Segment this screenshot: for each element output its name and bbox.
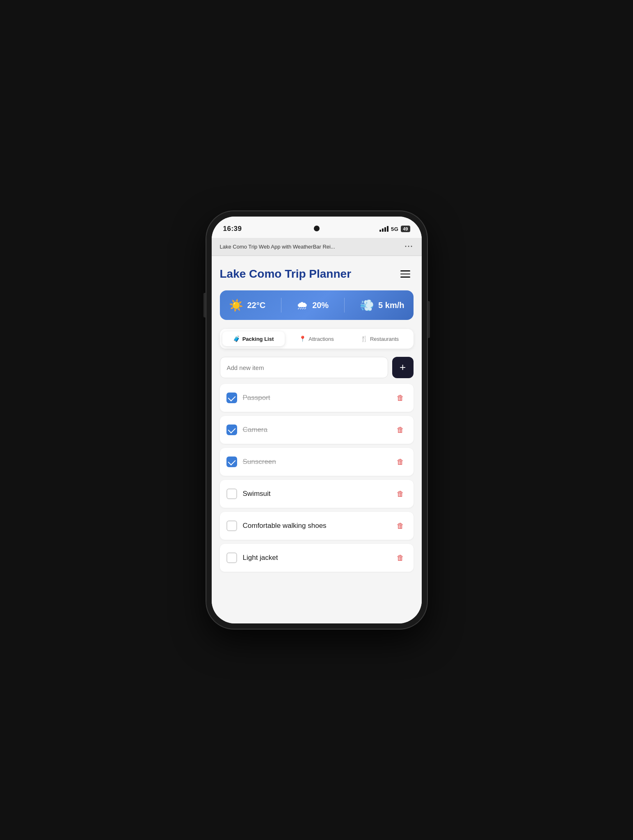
item-checkbox-6[interactable] — [226, 552, 237, 563]
item-checkbox-3[interactable] — [226, 457, 237, 467]
list-item: Camera 🗑 — [220, 416, 414, 444]
weather-bar: ☀️ 22°C 🌧 20% 💨 5 km/h — [220, 290, 414, 320]
delete-button-1[interactable]: 🗑 — [394, 391, 407, 404]
rain-icon: 🌧 — [297, 299, 308, 312]
camera-indicator — [314, 226, 320, 231]
browser-bar: Lake Como Trip Web App with WeatherBar R… — [212, 238, 422, 256]
delete-button-4[interactable]: 🗑 — [394, 487, 407, 500]
status-right: 5G 49 — [379, 226, 410, 232]
restaurants-icon: 🍴 — [361, 336, 368, 342]
packing-list: Passport 🗑 Camera 🗑 Sunscreen — [220, 384, 414, 572]
trash-icon-2: 🗑 — [397, 426, 404, 434]
item-checkbox-4[interactable] — [226, 488, 237, 499]
weather-rain-item: 🌧 20% — [297, 299, 329, 312]
plus-icon: + — [400, 362, 406, 372]
delete-button-2[interactable]: 🗑 — [394, 423, 407, 436]
item-label-5: Comfortable walking shoes — [243, 522, 388, 530]
trash-icon-5: 🗑 — [397, 522, 404, 530]
phone-frame: 16:39 5G 49 Lake Como Trip Web App with … — [206, 211, 427, 629]
list-item: Comfortable walking shoes 🗑 — [220, 512, 414, 540]
signal-bar-3 — [384, 227, 386, 232]
network-type: 5G — [391, 226, 398, 232]
hamburger-line-2 — [400, 274, 410, 275]
weather-temp-item: ☀️ 22°C — [229, 299, 266, 312]
sun-icon: ☀️ — [229, 299, 243, 312]
delete-button-6[interactable]: 🗑 — [394, 551, 407, 564]
browser-url: Lake Como Trip Web App with WeatherBar R… — [220, 244, 405, 250]
weather-divider-2 — [344, 298, 345, 313]
trash-icon-3: 🗑 — [397, 458, 404, 466]
tabs-container: 🧳 Packing List 📍 Attractions 🍴 Restauran… — [220, 329, 414, 349]
app-title: Lake Como Trip Planner — [220, 267, 397, 281]
item-label-4: Swimsuit — [243, 490, 388, 498]
signal-bar-1 — [379, 230, 381, 232]
app-header: Lake Como Trip Planner — [220, 266, 414, 282]
tab-attractions-label: Attractions — [309, 336, 334, 342]
item-checkbox-1[interactable] — [226, 393, 237, 403]
weather-wind: 5 km/h — [378, 301, 404, 310]
status-bar: 16:39 5G 49 — [212, 217, 422, 238]
phone-screen: 16:39 5G 49 Lake Como Trip Web App with … — [212, 217, 422, 623]
hamburger-line-3 — [400, 276, 410, 278]
hamburger-button[interactable] — [397, 266, 414, 282]
weather-rain: 20% — [312, 301, 329, 310]
app-content: Lake Como Trip Planner ☀️ 22°C 🌧 20% — [212, 256, 422, 623]
weather-wind-item: 💨 5 km/h — [360, 299, 404, 312]
battery-indicator: 49 — [401, 226, 410, 232]
status-time: 16:39 — [223, 225, 242, 233]
browser-menu-dots[interactable]: ··· — [404, 242, 413, 251]
weather-divider-1 — [281, 298, 281, 313]
wind-icon: 💨 — [360, 299, 374, 312]
item-label-6: Light jacket — [243, 554, 388, 562]
list-item: Swimsuit 🗑 — [220, 480, 414, 508]
item-label-2: Camera — [243, 426, 388, 434]
delete-button-3[interactable]: 🗑 — [394, 455, 407, 468]
list-item: Sunscreen 🗑 — [220, 448, 414, 476]
packing-icon: 🧳 — [233, 336, 240, 342]
item-label-3: Sunscreen — [243, 458, 388, 466]
tab-restaurants[interactable]: 🍴 Restaurants — [349, 331, 411, 346]
add-item-button[interactable]: + — [392, 357, 414, 378]
tab-packing-list[interactable]: 🧳 Packing List — [222, 331, 285, 346]
trash-icon-1: 🗑 — [397, 394, 404, 402]
trash-icon-6: 🗑 — [397, 554, 404, 562]
signal-bar-4 — [387, 226, 388, 232]
signal-bar-2 — [382, 228, 384, 232]
item-label-1: Passport — [243, 394, 388, 402]
trash-icon-4: 🗑 — [397, 490, 404, 498]
add-item-row: + — [220, 357, 414, 378]
tab-attractions[interactable]: 📍 Attractions — [286, 331, 348, 346]
list-item: Passport 🗑 — [220, 384, 414, 412]
signal-bars — [379, 226, 388, 232]
hamburger-line-1 — [400, 270, 410, 272]
weather-temp: 22°C — [247, 301, 266, 310]
tab-restaurants-label: Restaurants — [370, 336, 399, 342]
add-item-input[interactable] — [220, 357, 388, 378]
tab-packing-label: Packing List — [242, 336, 274, 342]
list-item: Light jacket 🗑 — [220, 544, 414, 572]
item-checkbox-2[interactable] — [226, 425, 237, 435]
attractions-icon: 📍 — [299, 336, 306, 342]
item-checkbox-5[interactable] — [226, 520, 237, 531]
delete-button-5[interactable]: 🗑 — [394, 519, 407, 532]
